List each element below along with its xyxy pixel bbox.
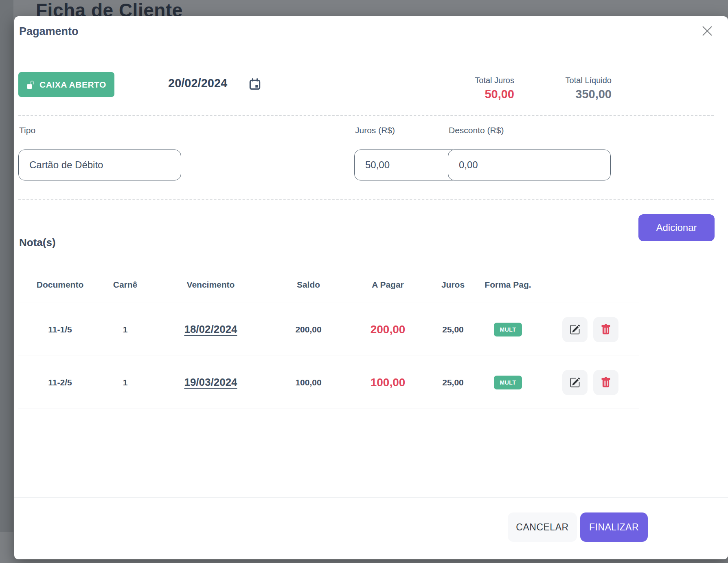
cell-saldo: 100,00 <box>273 378 344 387</box>
tipo-input[interactable] <box>18 150 181 180</box>
close-button[interactable] <box>700 24 715 38</box>
cell-a-pagar: 200,00 <box>344 323 432 336</box>
lock-open-icon <box>26 81 35 89</box>
header-divider <box>14 56 728 56</box>
juros-label: Juros (R$) <box>355 125 395 135</box>
desconto-input[interactable] <box>448 150 611 180</box>
forma-pag-badge: MULT <box>494 323 522 336</box>
table-row: 11-2/5 1 19/03/2024 100,00 100,00 25,00 … <box>18 356 639 409</box>
status-badge-label: CAIXA ABERTO <box>39 80 106 90</box>
col-header-documento: Documento <box>18 280 102 290</box>
edit-pencil-icon <box>570 324 580 335</box>
finalize-button[interactable]: FINALIZAR <box>580 512 648 542</box>
cash-register-status-badge[interactable]: CAIXA ABERTO <box>18 72 114 97</box>
col-header-juros: Juros <box>432 280 474 290</box>
delete-note-button[interactable] <box>593 370 618 395</box>
total-juros: Total Juros 50,00 <box>475 76 514 101</box>
trash-icon <box>601 377 611 388</box>
forma-pag-badge: MULT <box>494 376 522 389</box>
cell-juros: 25,00 <box>432 378 474 387</box>
cell-vencimento-link[interactable]: 19/03/2024 <box>182 376 239 389</box>
footer-divider <box>14 497 728 498</box>
section-divider <box>18 199 714 200</box>
cell-documento: 11-2/5 <box>18 378 102 387</box>
cell-carne: 1 <box>102 378 149 387</box>
notes-section-title: Nota(s) <box>19 236 56 249</box>
total-juros-value: 50,00 <box>475 88 514 101</box>
col-header-saldo: Saldo <box>273 280 344 290</box>
cell-carne: 1 <box>102 325 149 334</box>
add-note-button[interactable]: Adicionar <box>638 214 715 241</box>
page-sidebar-edge <box>0 0 13 532</box>
section-divider <box>18 115 714 116</box>
desconto-label: Desconto (R$) <box>449 125 504 135</box>
edit-note-button[interactable] <box>562 317 588 342</box>
total-liquido-value: 350,00 <box>566 88 612 101</box>
cell-saldo: 200,00 <box>273 325 344 334</box>
col-header-a-pagar: A Pagar <box>344 280 432 290</box>
total-juros-label: Total Juros <box>475 76 514 85</box>
table-header-row: Documento Carnê Vencimento Saldo A Pagar… <box>18 267 639 303</box>
cell-juros: 25,00 <box>432 325 474 334</box>
calendar-icon[interactable] <box>249 78 261 90</box>
delete-note-button[interactable] <box>593 317 618 342</box>
table-row: 11-1/5 1 18/02/2024 200,00 200,00 25,00 … <box>18 303 639 356</box>
col-header-forma-pag: Forma Pag. <box>474 280 542 290</box>
payment-modal: Pagamento CAIXA ABERTO 20/02/2024 Total … <box>14 16 728 559</box>
tipo-label: Tipo <box>19 125 35 135</box>
col-header-carne: Carnê <box>102 280 149 290</box>
cell-vencimento-link[interactable]: 18/02/2024 <box>182 323 239 336</box>
close-icon <box>701 25 713 37</box>
total-liquido-label: Total Líquido <box>566 76 612 85</box>
cell-documento: 11-1/5 <box>18 325 102 334</box>
notes-table: Documento Carnê Vencimento Saldo A Pagar… <box>18 267 639 409</box>
col-header-vencimento: Vencimento <box>149 280 273 290</box>
cell-a-pagar: 100,00 <box>344 376 432 389</box>
total-liquido: Total Líquido 350,00 <box>566 76 612 101</box>
payment-date[interactable]: 20/02/2024 <box>168 77 227 90</box>
edit-note-button[interactable] <box>562 370 588 395</box>
cancel-button[interactable]: CANCELAR <box>508 512 577 542</box>
edit-pencil-icon <box>570 377 580 388</box>
trash-icon <box>601 324 611 335</box>
modal-title: Pagamento <box>19 25 79 38</box>
